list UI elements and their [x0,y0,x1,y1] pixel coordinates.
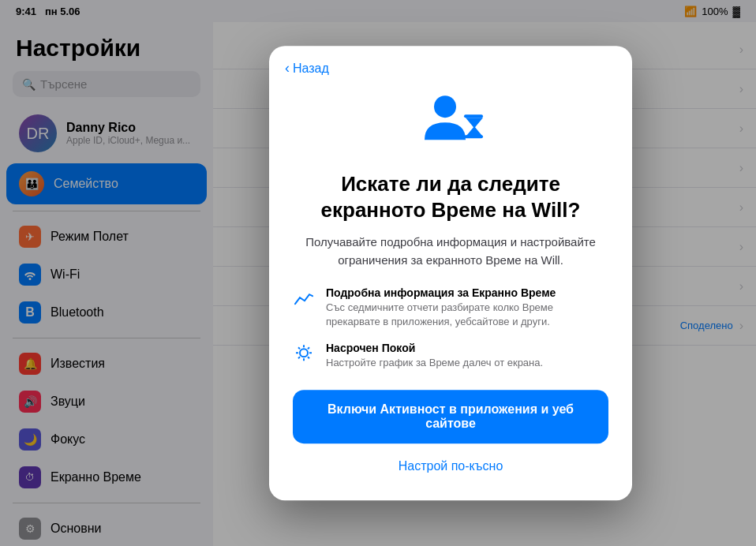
feature-title-1: Подробна информация за Екранно Време [326,286,608,299]
modal-subtitle: Получавайте подробна информация и настро… [293,234,608,269]
svg-line-10 [308,348,309,350]
feature-list: Подробна информация за Екранно Време Със… [293,286,608,371]
svg-line-11 [298,357,300,359]
back-chevron-icon: ‹ [285,60,290,77]
modal-icon-area [293,92,608,155]
feature-title-2: Насрочен Покой [326,342,543,355]
svg-line-8 [298,348,300,350]
svg-point-0 [434,95,456,118]
svg-point-3 [300,350,308,357]
back-label: Назад [293,62,329,76]
modal-back-button[interactable]: ‹ Назад [269,46,632,84]
feature-item-2: Насрочен Покой Настройте график за Време… [293,342,608,371]
feature-desc-1: Със седмичните отчети разбирате колко Вр… [326,301,608,329]
feature-text-2: Насрочен Покой Настройте график за Време… [326,342,543,371]
person-hourglass-icon [415,92,486,155]
feature-desc-2: Настройте график за Време далеч от екран… [326,357,543,371]
chart-icon [293,288,315,312]
modal-title: Искате ли да следите екранното Време на … [293,171,608,223]
ipad-background: 9:41 пн 5.06 📶 100% ▓ Настройки 🔍 Търсен… [0,0,756,546]
svg-rect-1 [464,114,483,118]
modal-body: Искате ли да следите екранното Време на … [269,84,632,500]
secondary-button[interactable]: Настрой по-късно [293,456,608,477]
screen-time-modal: ‹ Назад Искате ли да следите екранното В… [269,46,632,500]
primary-button[interactable]: Включи Активност в приложения и уеб сайт… [293,390,608,443]
svg-line-9 [308,357,309,359]
gear-sun-icon [293,344,315,368]
feature-item-1: Подробна информация за Екранно Време Със… [293,286,608,329]
feature-text-1: Подробна информация за Екранно Време Със… [326,286,608,329]
